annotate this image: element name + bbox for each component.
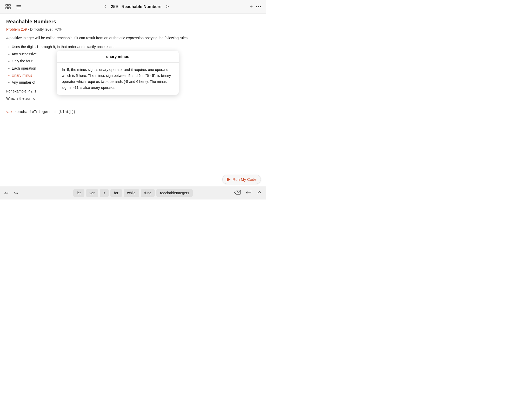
list-item: Uses the digits 1 through 9, in that ord… [8,44,260,50]
run-label: Run My Code [232,177,256,182]
redo-button[interactable]: ↪ [13,189,19,197]
svg-point-7 [17,5,17,6]
next-problem-button[interactable]: > [165,3,171,10]
svg-rect-3 [9,7,10,9]
what-text: What is the sum o [6,96,260,101]
more-options-button[interactable]: ••• [256,4,262,9]
backspace-icon [234,190,241,195]
bottom-left-controls: ↩ ↪ [3,189,19,197]
tooltip-title: unary minus [57,51,179,63]
bottom-right-controls [233,188,263,197]
tooltip-popup: unary minus In -5, the minus sign is una… [57,51,179,95]
play-icon [227,177,230,182]
code-line-rest: reachableIntegers = [UInt]() [14,109,75,115]
problem-title: Reachable Numbers [6,19,260,25]
top-toolbar: < 259 - Reachable Numbers > + ••• [0,0,266,14]
return-icon [245,189,252,195]
toolbar-right: + ••• [249,3,262,10]
code-keyword-var: var [6,109,13,115]
keyword-while[interactable]: while [124,189,139,197]
main-content: Reachable Numbers Problem 259 - Difficul… [0,14,266,186]
toolbar-left [4,3,23,11]
code-line-1: var reachableIntegers = [UInt]() [6,109,260,115]
backspace-button[interactable] [233,189,242,197]
list-view-button[interactable] [15,3,23,11]
chevron-up-icon [257,190,262,195]
keyword-if[interactable]: if [100,189,109,197]
problem-title-header: 259 - Reachable Numbers [111,4,162,9]
svg-point-9 [17,8,17,8]
list-icon [16,4,22,10]
add-button[interactable]: + [249,3,253,10]
grid-view-button[interactable] [4,3,12,11]
problem-link[interactable]: Problem 259 [6,27,27,31]
problem-meta-rest: - Difficulty level: 70% [27,27,62,31]
undo-button[interactable]: ↩ [3,189,10,197]
grid-icon [5,4,11,10]
problem-meta: Problem 259 - Difficulty level: 70% [6,27,260,31]
svg-rect-0 [6,4,8,6]
expand-button[interactable] [256,189,263,197]
svg-rect-1 [9,4,10,6]
keyword-reachable-integers[interactable]: reachableIntegers [156,189,193,197]
tooltip-body: In -5, the minus sign is unary operator … [57,63,179,95]
toolbar-center: < 259 - Reachable Numbers > [102,3,170,10]
problem-description: A positive integer will be called reacha… [6,35,260,41]
prev-problem-button[interactable]: < [102,3,108,10]
keyword-for[interactable]: for [110,189,122,197]
return-button[interactable] [244,188,253,197]
svg-rect-2 [6,7,8,9]
unary-minus-link[interactable]: Unary minus [12,72,32,78]
keyword-var[interactable]: var [86,189,98,197]
run-my-code-button[interactable]: Run My Code [222,175,261,184]
keyword-bar: let var if for while func reachableInteg… [73,189,193,197]
keyword-let[interactable]: let [73,189,84,197]
keyword-func[interactable]: func [141,189,155,197]
code-area[interactable]: var reachableIntegers = [UInt]() [0,105,266,186]
svg-point-8 [17,6,17,7]
bottom-toolbar: ↩ ↪ let var if for while func reachableI… [0,186,266,200]
